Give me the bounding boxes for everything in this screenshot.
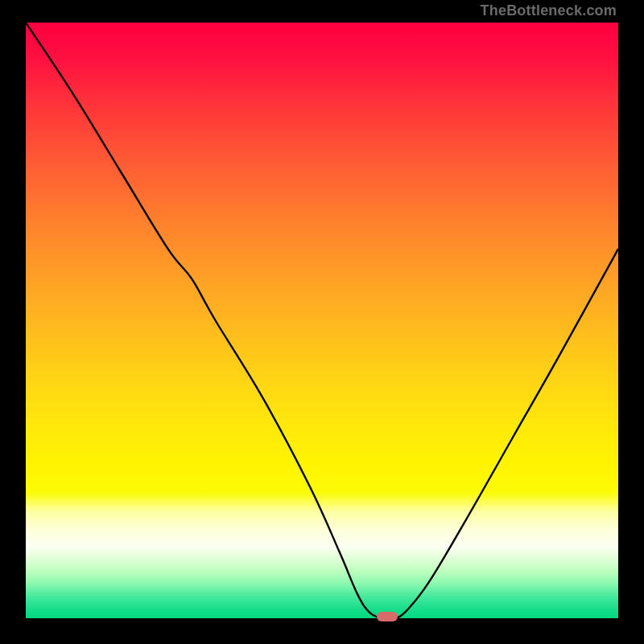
optimal-marker <box>377 612 398 621</box>
chart-stage: TheBottleneck.com <box>0 0 644 644</box>
plot-area <box>26 23 618 618</box>
watermark-text: TheBottleneck.com <box>481 3 617 18</box>
